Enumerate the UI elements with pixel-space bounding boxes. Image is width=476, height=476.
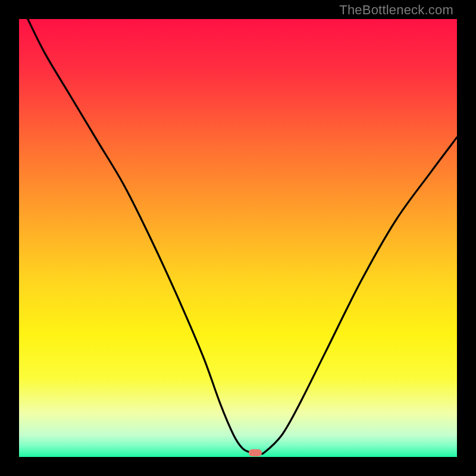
plot-area [19, 19, 457, 457]
optimal-point-marker [249, 449, 262, 456]
chart-frame: TheBottleneck.com [0, 0, 476, 476]
bottleneck-curve [19, 19, 457, 457]
watermark-text: TheBottleneck.com [339, 2, 453, 18]
